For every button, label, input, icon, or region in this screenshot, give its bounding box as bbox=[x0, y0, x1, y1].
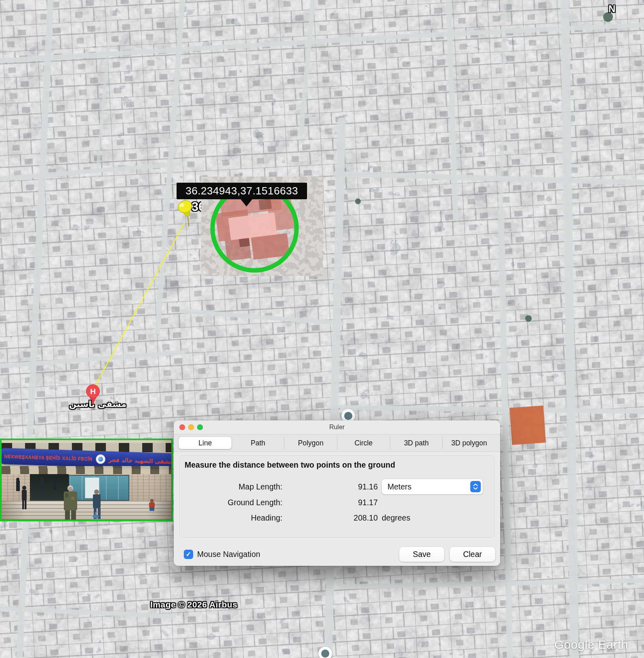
dropdown-stepper-icon bbox=[470, 481, 481, 492]
google-earth-logo: Google Earth bbox=[554, 638, 628, 652]
measurement-group: Measure the distance between two points … bbox=[179, 455, 495, 538]
ground-length-row: Ground Length: 91.17 bbox=[180, 495, 494, 510]
orange-roof-building bbox=[509, 405, 546, 445]
map-length-row: Map Length: 91.16 Meters bbox=[180, 479, 494, 495]
dialog-title: Ruler bbox=[329, 424, 345, 431]
map-point-marker-core bbox=[321, 650, 329, 658]
heading-value: 208.10 bbox=[282, 513, 378, 523]
photo-people bbox=[2, 440, 171, 520]
coordinate-text: 36.234943,37.1516633 bbox=[185, 185, 298, 197]
units-dropdown-value: Meters bbox=[387, 482, 412, 491]
tab-polygon[interactable]: Polygon bbox=[284, 437, 337, 449]
tab-circle[interactable]: Circle bbox=[337, 437, 390, 449]
tab-3d-polygon[interactable]: 3D polygon bbox=[442, 437, 495, 449]
ground-length-value: 91.17 bbox=[282, 498, 378, 507]
heading-label: Heading: bbox=[180, 513, 282, 523]
minimize-button[interactable] bbox=[188, 424, 194, 430]
hospital-icon-letter: H bbox=[90, 387, 96, 396]
mouse-navigation-label[interactable]: Mouse Navigation bbox=[197, 550, 260, 559]
zoom-button[interactable] bbox=[197, 424, 203, 430]
units-dropdown[interactable]: Meters bbox=[382, 479, 483, 494]
yellow-pushpin-marker[interactable] bbox=[174, 197, 198, 230]
ruler-dialog: Ruler Line Path Polygon Circle 3D path 3… bbox=[174, 420, 500, 566]
ground-length-label: Ground Length: bbox=[180, 498, 282, 507]
north-indicator: N bbox=[608, 3, 615, 15]
save-button[interactable]: Save bbox=[399, 547, 444, 562]
hospital-photo-overlay[interactable]: NEXWEŞXANEYA ŞEHÎD XALÎD FECÎR مستشفى ال… bbox=[0, 439, 173, 521]
coordinate-tooltip: 36.234943,37.1516633 bbox=[177, 183, 307, 199]
hospital-marker-label: مشفى ياسين bbox=[65, 399, 130, 409]
clear-button[interactable]: Clear bbox=[450, 547, 495, 562]
map-point-marker[interactable] bbox=[318, 647, 332, 658]
measure-mode-tabs: Line Path Polygon Circle 3D path 3D poly… bbox=[174, 434, 500, 452]
tooltip-pointer bbox=[240, 199, 253, 207]
tab-path[interactable]: Path bbox=[232, 437, 284, 449]
tab-line[interactable]: Line bbox=[179, 437, 232, 449]
close-button[interactable] bbox=[179, 424, 185, 430]
imagery-copyright: Image © 2026 Airbus bbox=[150, 600, 238, 609]
mouse-navigation-checkbox[interactable] bbox=[184, 550, 193, 559]
dialog-title-bar[interactable]: Ruler bbox=[174, 420, 500, 434]
map-point-marker-core bbox=[344, 412, 352, 420]
map-length-value: 91.16 bbox=[282, 482, 378, 491]
heading-unit: degrees bbox=[382, 513, 410, 523]
measure-description: Measure the distance between two points … bbox=[185, 460, 494, 470]
tab-3d-path[interactable]: 3D path bbox=[390, 437, 443, 449]
heading-row: Heading: 208.10 degrees bbox=[180, 510, 494, 525]
map-length-label: Map Length: bbox=[180, 482, 282, 491]
